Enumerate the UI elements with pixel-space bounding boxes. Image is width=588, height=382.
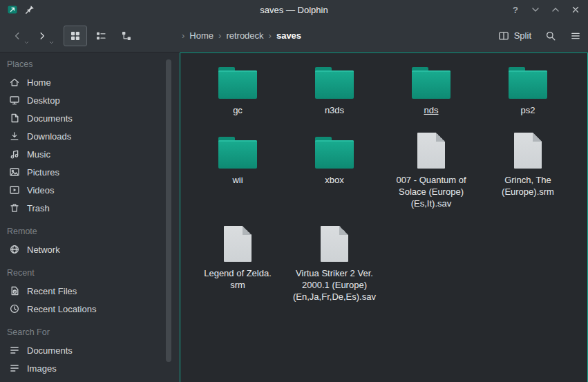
sidebar-item-trash[interactable]: Trash: [0, 199, 164, 217]
sidebar-item-label: Desktop: [27, 95, 60, 106]
breadcrumb-item-home[interactable]: Home: [189, 30, 214, 41]
file-icon: [224, 226, 252, 262]
folder-item-nds[interactable]: nds: [383, 61, 480, 116]
desktop-icon: [9, 95, 20, 106]
sidebar-item-pictures[interactable]: Pictures: [0, 163, 164, 181]
folder-icon: [509, 67, 547, 99]
maximize-button[interactable]: [550, 4, 561, 15]
item-icon-box: [417, 131, 445, 169]
sidebar-item-audio[interactable]: Audio: [0, 377, 164, 382]
split-icon: [498, 30, 509, 41]
sidebar-item-desktop[interactable]: Desktop: [0, 91, 164, 109]
sidebar-item-label: Pictures: [27, 167, 59, 178]
item-icon-box: [218, 131, 257, 169]
sidebar-item-label: Trash: [27, 203, 50, 213]
item-label: n3ds: [325, 104, 344, 116]
dolphin-window: saves — Dolphin ?: [0, 0, 588, 382]
sidebar-item-label: Network: [27, 245, 60, 255]
sidebar-section-remote: Remote: [0, 224, 164, 240]
split-label: Split: [514, 30, 531, 41]
sidebar-item-home[interactable]: Home: [0, 73, 164, 91]
sidebar-section-recent: Recent: [0, 265, 164, 282]
file-item-grinch-the-europe-srm[interactable]: Grinch, The (Europe).srm: [480, 131, 576, 198]
file-item-007-quantum-of-solace-europe-es-it-sav[interactable]: 007 - Quantum of Solace (Europe) (Es,It)…: [383, 131, 480, 209]
folder-item-wii[interactable]: wii: [189, 131, 286, 186]
sidebar-item-recent-locations[interactable]: Recent Locations: [0, 300, 164, 318]
menu-button[interactable]: [570, 30, 581, 41]
trash-icon: [9, 202, 20, 213]
item-icon-box: [218, 61, 257, 99]
back-button[interactable]: [7, 26, 28, 46]
file-item-virtua-striker-2-ver-2000-1-europe-en-ja-fr-de-es-sav[interactable]: Virtua Striker 2 Ver. 2000.1 (Europe) (E…: [286, 225, 383, 303]
sidebar-item-downloads[interactable]: Downloads: [0, 127, 164, 145]
music-icon: [9, 149, 20, 160]
item-icon-box: [321, 225, 348, 262]
split-button[interactable]: Split: [498, 30, 531, 41]
caret-down-icon: [48, 39, 55, 46]
scrollbar-thumb[interactable]: [166, 59, 171, 362]
window-title: saves — Dolphin: [0, 5, 588, 15]
recent-files-icon: [9, 285, 20, 296]
breadcrumb-separator: ›: [218, 30, 221, 41]
breadcrumb-item-retrodeck[interactable]: retrodeck: [226, 30, 263, 41]
svg-text:?: ?: [513, 5, 518, 15]
toolbar: ›Home›retrodeck›saves Split: [0, 19, 588, 52]
sidebar-item-label: Music: [27, 149, 50, 160]
forward-button[interactable]: [32, 26, 53, 46]
compact-view-icon: [95, 30, 106, 41]
item-label: wii: [232, 174, 243, 186]
icons-view-button[interactable]: [64, 26, 87, 46]
folder-item-ps2[interactable]: ps2: [480, 61, 576, 116]
sidebar-item-network[interactable]: Network: [0, 240, 164, 258]
sidebar-item-label: Videos: [27, 185, 55, 195]
sidebar-section-places: Places: [0, 57, 164, 73]
folder-item-xbox[interactable]: xbox: [286, 131, 383, 186]
folder-item-gc[interactable]: gc: [189, 61, 286, 116]
navigation-buttons: [7, 26, 53, 46]
item-label: Legend of Zelda. srm: [204, 267, 272, 291]
sidebar-item-label: Recent Locations: [27, 304, 96, 314]
breadcrumb-separator: ›: [182, 30, 184, 41]
home-icon: [9, 77, 20, 88]
item-icon-box: [412, 61, 451, 99]
item-icon-box: [315, 131, 354, 169]
item-label: Virtua Striker 2 Ver. 2000.1 (Europe) (E…: [293, 267, 376, 303]
minimize-button[interactable]: [530, 4, 541, 15]
sidebar-item-videos[interactable]: Videos: [0, 181, 164, 199]
item-icon-box: [224, 225, 252, 262]
places-panel: PlacesHomeDesktopDocumentsDownloadsMusic…: [0, 52, 164, 382]
caret-down-icon: [23, 39, 30, 46]
sidebar-item-documents[interactable]: Documents: [0, 109, 164, 127]
item-label: gc: [233, 104, 243, 116]
network-icon: [9, 244, 20, 255]
details-view-button[interactable]: [115, 26, 138, 46]
sidebar-item-images[interactable]: Images: [0, 359, 164, 377]
breadcrumb: ›Home›retrodeck›saves: [182, 19, 301, 52]
toolbar-right: Split: [498, 30, 581, 41]
sidebar-item-documents[interactable]: Documents: [0, 341, 164, 359]
breadcrumb-item-saves[interactable]: saves: [276, 30, 301, 41]
sidebar-item-label: Documents: [27, 345, 73, 356]
sidebar-item-recent-files[interactable]: Recent Files: [0, 282, 164, 300]
file-item-legend-of-zelda-srm[interactable]: Legend of Zelda. srm: [189, 225, 286, 291]
document-icon: [9, 113, 20, 124]
close-button[interactable]: [570, 4, 581, 15]
help-button[interactable]: ?: [510, 4, 521, 15]
search-button[interactable]: [545, 30, 556, 41]
folder-icon: [412, 67, 451, 99]
item-icon-box: [514, 131, 542, 169]
search-list-icon: [9, 363, 20, 374]
videos-icon: [9, 184, 20, 195]
titlebar-left-icons: [7, 4, 35, 15]
details-view-icon: [121, 30, 132, 41]
compact-view-button[interactable]: [89, 26, 113, 46]
folder-item-n3ds[interactable]: n3ds: [286, 61, 383, 116]
sidebar-item-label: Documents: [27, 113, 73, 124]
folder-view[interactable]: gcn3dsndsps2wiixbox007 - Quantum of Sola…: [180, 52, 588, 382]
folder-icon: [315, 67, 354, 99]
pin-icon: [24, 4, 35, 15]
titlebar: saves — Dolphin ?: [0, 0, 588, 19]
sidebar-scrollbar[interactable]: [164, 52, 173, 382]
sidebar-item-music[interactable]: Music: [0, 145, 164, 163]
sidebar-item-label: Home: [27, 77, 51, 88]
